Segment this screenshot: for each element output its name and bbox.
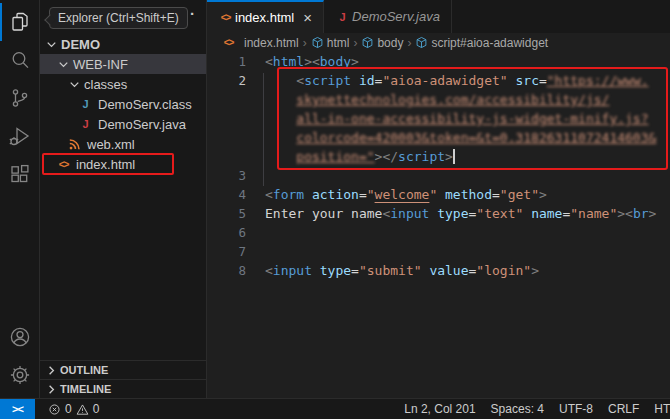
xml-file-icon [67,137,82,152]
code-token: </ [382,149,398,164]
encoding-status[interactable]: UTF-8 [559,402,593,416]
line-number [207,147,265,166]
activity-bar-item-source-control[interactable] [0,79,39,117]
tab-label: index.html [235,10,294,25]
activity-bar-item-account[interactable] [0,318,39,356]
indent-guide [263,73,264,186]
tab-demoserv.java[interactable]: JDemoServ.java [324,0,452,33]
close-icon[interactable]: × [303,10,312,25]
code-text: <form action="welcome" method="get"> [265,185,547,204]
blurred-url-text: skynettechnologies.com/accessibility/js/ [296,92,609,107]
language-mode[interactable]: HTML [654,402,670,416]
code-token: welcome [375,187,430,202]
activity-bar-item-explorer[interactable] [0,3,39,41]
activity-bar-item-extensions[interactable] [0,155,39,193]
activity-bar-item-run-debug[interactable] [0,117,39,155]
activity-bar [0,0,40,398]
breadcrumb-label: index.html [244,36,299,50]
problems-status[interactable]: 0 0 [48,402,99,416]
code-text: all-in-one-accessibility-js-widget-minif… [265,109,649,128]
explorer-tooltip: Explorer (Ctrl+Shift+E) [49,7,188,29]
tree-item-web.xml[interactable]: web.xml [40,134,206,154]
eol-status[interactable]: CRLF [608,402,639,416]
code-editor[interactable]: 1<html><body>2 <script id="aioa-adawidge… [207,52,670,398]
code-line: position="></script> [207,147,670,166]
breadcrumb-label: html [327,36,350,50]
tab-bar: <>index.html×JDemoServ.java [207,0,670,33]
activity-bar-bottom [0,318,39,398]
code-token: > [445,149,453,164]
code-token: input [273,263,312,278]
activity-bar-item-search[interactable] [0,41,39,79]
tree-item-index.html[interactable]: <>index.html [40,154,206,174]
search-icon [8,48,32,72]
breadcrumb-label: body [377,36,403,50]
blurred-url-text: position=" [296,149,374,164]
tree-item-label: classes [84,77,127,92]
breadcrumb-item-html[interactable]: html [311,36,350,50]
line-number [207,109,265,128]
code-text: position="></script> [265,147,455,166]
tree-item-label: DEMO [61,37,100,52]
warning-icon [76,403,89,416]
code-token: = [539,73,547,88]
code-token: >< [617,206,633,221]
indent-spaces [265,130,296,145]
code-line: 7 [207,242,670,261]
code-token [312,263,320,278]
code-token: = [351,263,359,278]
code-token: < [296,73,304,88]
tree-item-demo[interactable]: DEMO [40,34,206,54]
indent-spaces [265,111,296,126]
code-text: skynettechnologies.com/accessibility/js/ [265,90,609,109]
code-token: body [320,54,351,69]
html-file-icon: <> [221,37,236,48]
remote-indicator[interactable]: >< [0,399,35,419]
cursor-position[interactable]: Ln 2, Col 201 [404,402,475,416]
panel-timeline[interactable]: TIMELINE [40,379,206,398]
code-token [523,206,531,221]
panel-outline[interactable]: OUTLINE [40,360,206,379]
java-class-icon: J [78,98,93,110]
code-token: id [359,73,375,88]
breadcrumb-item-script[interactable]: script#aioa-adawidget [415,36,548,50]
remote-icon: >< [12,403,23,415]
breadcrumb-item-body[interactable]: body [361,36,403,50]
activity-bar-item-settings[interactable] [0,356,39,394]
breadcrumb-separator: › [407,36,411,50]
tree-item-web-inf[interactable]: WEB-INF [40,54,206,74]
tree-item-label: index.html [76,157,135,172]
code-token: action [312,187,359,202]
tree-item-demoserv.class[interactable]: JDemoServ.class [40,94,206,114]
chevron-right-icon [44,363,59,378]
tree-item-classes[interactable]: classes [40,74,206,94]
line-number: 4 [207,185,265,204]
chevron-down-icon [44,37,59,52]
blurred-url-text: colorcode=420003&token=&t=0.318263110724… [296,130,656,145]
editor-group: <>index.html×JDemoServ.java <>index.html… [207,0,670,398]
code-token: "text" [476,206,523,221]
code-line: 2 <script id="aioa-adawidget" src="https… [207,71,670,90]
line-number: 8 [207,261,265,280]
blurred-url-text: "https://www. [547,73,649,88]
code-token: = [492,187,500,202]
symbol-cube-icon [311,36,324,49]
panel-timeline-label: TIMELINE [60,383,111,395]
code-token: = [359,187,367,202]
code-line: 8<input type="submit" value="login"> [207,261,670,280]
status-bar: >< 0 0 Ln 2, Col 201Spaces: 4UTF-8CRLFHT… [0,398,670,419]
code-line: 3 [207,166,670,185]
symbol-cube-icon [415,36,428,49]
breadcrumb-label: script#aioa-adawidget [431,36,548,50]
activity-bar-top [0,0,39,193]
files-icon [8,10,32,34]
panel-outline-label: OUTLINE [60,364,108,376]
tree-item-demoserv.java[interactable]: JDemoServ.java [40,114,206,134]
code-text: <html><body> [265,52,359,71]
breadcrumb-item-index.html[interactable]: <>index.html [221,36,299,50]
code-token: >< [304,54,320,69]
tab-index.html[interactable]: <>index.html× [207,0,324,33]
indentation-status[interactable]: Spaces: 4 [491,402,544,416]
gear-icon [8,363,32,387]
text-cursor [453,149,455,164]
